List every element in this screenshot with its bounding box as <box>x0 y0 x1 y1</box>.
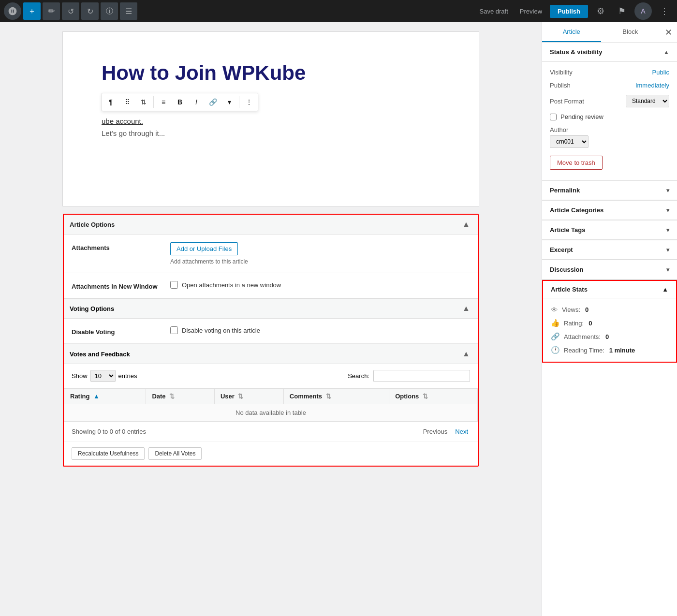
article-title[interactable]: How to Join WPKube <box>102 61 440 85</box>
sidebar-tabs: Article Block ✕ <box>542 22 677 43</box>
rating-label: Rating: <box>564 320 584 327</box>
ao-new-window-label: Attachments in New Window <box>72 281 159 290</box>
post-format-label: Post Format <box>550 98 584 105</box>
excerpt-title: Excerpt <box>550 246 573 253</box>
reading-time-row: 🕐 Reading Time: 1 minute <box>551 343 668 357</box>
sidebar-close-btn[interactable]: ✕ <box>660 24 677 41</box>
pending-label[interactable]: Pending review <box>550 113 669 120</box>
article-stats-box: Article Stats ▲ 👁 Views: 0 👍 Rating: 0 🔗… <box>542 280 677 363</box>
ao-attachments-content: Add or Upload Files Add attachments to t… <box>170 242 470 265</box>
tb-paragraph[interactable]: ¶ <box>103 94 118 110</box>
discussion-section: Discussion ▾ <box>542 260 677 280</box>
voting-options-header[interactable]: Voting Options ▲ <box>64 298 478 319</box>
article-stats-title: Article Stats <box>551 286 588 293</box>
new-window-checkbox[interactable] <box>170 281 178 289</box>
tab-block[interactable]: Block <box>601 22 660 42</box>
status-visibility-header[interactable]: Status & visibility ▲ <box>542 43 677 62</box>
tb-more-text[interactable]: ▾ <box>221 94 237 110</box>
upload-files-btn[interactable]: Add or Upload Files <box>170 242 238 255</box>
attachments-label: Attachments: <box>564 333 601 340</box>
tools-btn[interactable]: ✏ <box>43 2 60 20</box>
search-input[interactable] <box>373 370 470 382</box>
wp-logo[interactable] <box>4 2 21 20</box>
permalink-title: Permalink <box>550 187 580 194</box>
move-trash-btn[interactable]: Move to trash <box>550 156 603 170</box>
entries-select[interactable]: 10 25 50 100 <box>90 370 116 382</box>
prev-btn[interactable]: Previous <box>421 427 450 436</box>
pagination: Previous Next <box>421 427 470 436</box>
list-view-btn[interactable]: ☰ <box>120 2 137 20</box>
tb-options[interactable]: ⋮ <box>241 94 257 110</box>
votes-collapse-btn[interactable]: ▲ <box>460 348 472 360</box>
redo-btn[interactable]: ↻ <box>81 2 99 20</box>
pending-review-row: Pending review <box>542 110 677 123</box>
publish-btn[interactable]: Publish <box>550 5 588 18</box>
voting-collapse-btn[interactable]: ▲ <box>460 303 472 314</box>
col-rating[interactable]: Rating ▲ <box>64 389 146 404</box>
tab-article[interactable]: Article <box>542 22 601 42</box>
post-format-row: Post Format Standard Aside Gallery Link … <box>542 92 677 110</box>
ao-new-window-row: Attachments in New Window Open attachmen… <box>64 273 478 298</box>
col-date[interactable]: Date ⇅ <box>146 389 215 404</box>
article-tags-title: Article Tags <box>550 226 585 234</box>
tb-align[interactable]: ≡ <box>156 94 171 110</box>
article-categories-header[interactable]: Article Categories ▾ <box>542 201 677 220</box>
attachments-row: 🔗 Attachments: 0 <box>551 330 668 343</box>
tb-italic[interactable]: I <box>189 94 204 110</box>
discussion-chevron: ▾ <box>666 266 669 273</box>
ao-attachments-label: Attachments <box>72 242 159 251</box>
editor-body[interactable]: ube account. <box>102 117 440 125</box>
settings-btn[interactable]: ⚙ <box>592 2 609 20</box>
new-window-checkbox-label[interactable]: Open attachments in a new window <box>170 281 470 289</box>
attachments-value: 0 <box>605 333 609 340</box>
visibility-value[interactable]: Public <box>652 69 669 76</box>
avatar-btn[interactable]: A <box>634 2 652 20</box>
discussion-title: Discussion <box>550 266 583 273</box>
disable-voting-checkbox-label[interactable]: Disable voting on this article <box>170 326 470 334</box>
col-user[interactable]: User ⇅ <box>214 389 283 404</box>
next-btn[interactable]: Next <box>453 427 470 436</box>
recalculate-btn[interactable]: Recalculate Usefulness <box>72 447 145 460</box>
undo-btn[interactable]: ↺ <box>62 2 79 20</box>
excerpt-header[interactable]: Excerpt ▾ <box>542 240 677 260</box>
post-format-select[interactable]: Standard Aside Gallery Link Image Quote … <box>626 95 669 107</box>
new-window-checkbox-text: Open attachments in a new window <box>182 281 281 289</box>
tb-link[interactable]: 🔗 <box>205 94 221 110</box>
publish-value[interactable]: Immediately <box>635 82 669 89</box>
upload-hint: Add attachments to this article <box>170 258 470 265</box>
pending-checkbox[interactable] <box>550 114 557 120</box>
pending-text: Pending review <box>560 113 603 120</box>
ao-disable-voting-row: Disable Voting Disable voting on this ar… <box>64 319 478 344</box>
attachments-icon: 🔗 <box>551 332 560 341</box>
editor-body2[interactable]: Let's go through it... <box>102 129 440 137</box>
more-options-btn[interactable]: ⋮ <box>656 2 673 20</box>
tb-bold[interactable]: B <box>172 94 188 110</box>
preview-btn[interactable]: Preview <box>516 6 546 17</box>
editor-canvas: How to Join WPKube ¶ ⠿ ⇅ ≡ B I 🔗 ▾ ⋮ ube… <box>63 32 479 206</box>
ao-collapse-btn[interactable]: ▲ <box>460 219 472 230</box>
article-stats-header[interactable]: Article Stats ▲ <box>543 281 676 298</box>
delete-votes-btn[interactable]: Delete All Votes <box>148 447 202 460</box>
tags-chevron: ▾ <box>666 227 669 234</box>
article-tags-header[interactable]: Article Tags ▾ <box>542 220 677 240</box>
votes-feedback-header[interactable]: Votes and Feedback ▲ <box>64 344 478 364</box>
disable-voting-content: Disable voting on this article <box>170 326 470 334</box>
col-options[interactable]: Options ⇅ <box>389 389 478 404</box>
tb-divider1 <box>153 96 154 108</box>
disable-voting-checkbox[interactable] <box>170 326 178 334</box>
discussion-header[interactable]: Discussion ▾ <box>542 260 677 279</box>
status-visibility-title: Status & visibility <box>550 48 602 56</box>
add-block-btn[interactable]: ＋ <box>23 2 41 20</box>
flag-btn[interactable]: ⚑ <box>613 2 631 20</box>
voting-options-title: Voting Options <box>70 305 114 312</box>
info-btn[interactable]: ⓘ <box>101 2 118 20</box>
permalink-header[interactable]: Permalink ▾ <box>542 181 677 200</box>
save-draft-btn[interactable]: Save draft <box>476 6 512 17</box>
col-comments[interactable]: Comments ⇅ <box>283 389 389 404</box>
author-select[interactable]: crn001 <box>550 135 589 148</box>
tb-drag[interactable]: ⠿ <box>119 94 135 110</box>
tb-move[interactable]: ⇅ <box>136 94 151 110</box>
visibility-row: Visibility Public <box>542 66 677 79</box>
article-options-header[interactable]: Article Options ▲ <box>64 215 478 235</box>
sv-chevron: ▲ <box>663 49 669 56</box>
